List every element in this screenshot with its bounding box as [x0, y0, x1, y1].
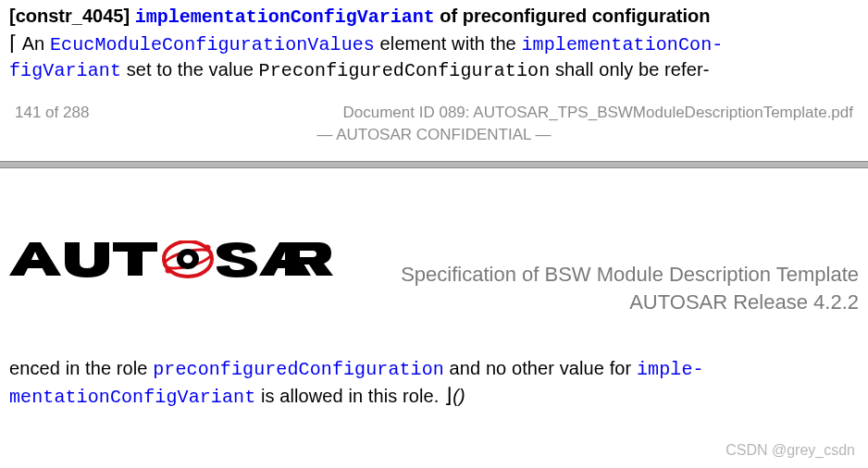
close-bracket-icon: ⌋ [444, 384, 453, 407]
constraint-heading: [constr_4045] implementationConfigVarian… [9, 4, 859, 30]
p1-code-1: EcucModuleConfigurationValues [50, 34, 375, 55]
p2-trail: () [453, 386, 465, 406]
p1-code-2a: implementationCon- [522, 34, 724, 55]
p1-text-4: shall only be refer- [550, 59, 709, 80]
svg-point-2 [205, 245, 211, 252]
constraint-id: [constr_4045] [9, 6, 130, 26]
p1-code-3: PreconfiguredConfiguration [259, 60, 551, 81]
p1-code-2b: figVariant [9, 60, 121, 81]
p2-text-1: enced in the role [9, 358, 153, 378]
page-footer: 141 of 288 Document ID 089: AUTOSAR_TPS_… [9, 104, 859, 144]
constraint-title-suffix: of preconfigured configuration [435, 6, 711, 26]
autosar-logo [9, 240, 335, 283]
p2-text-2: and no other value for [444, 358, 637, 378]
confidential-mark: — AUTOSAR CONFIDENTIAL — [15, 126, 853, 144]
p2-code-2b: mentationConfigVariant [9, 387, 255, 408]
svg-point-3 [166, 267, 172, 274]
p2-code-1: preconfiguredConfiguration [153, 359, 444, 380]
page-number: 141 of 288 [15, 104, 89, 122]
p1-text-1: An [18, 33, 50, 54]
document-id: Document ID 089: AUTOSAR_TPS_BSWModuleDe… [343, 104, 854, 122]
header-text-block: Specification of BSW Module Description … [352, 240, 859, 315]
p1-text-3: set to the value [121, 59, 259, 80]
document-header: Specification of BSW Module Description … [9, 240, 859, 315]
page-top-fragment: [constr_4045] implementationConfigVarian… [0, 0, 868, 144]
constraint-code-title: implementationConfigVariant [135, 6, 435, 28]
page-bottom-fragment: Specification of BSW Module Description … [0, 240, 868, 410]
p2-code-2a: imple- [637, 359, 704, 380]
p2-text-3: is allowed in this role. [255, 386, 444, 406]
page-break-divider [0, 161, 868, 168]
paragraph-2: enced in the role preconfiguredConfigura… [9, 356, 859, 410]
svg-point-5 [183, 255, 192, 264]
open-bracket-icon: ⌈ [9, 31, 18, 55]
paragraph-1: ⌈ An EcucModuleConfigurationValues eleme… [9, 30, 859, 83]
footer-row-1: 141 of 288 Document ID 089: AUTOSAR_TPS_… [15, 104, 853, 122]
p1-text-2: element with the [375, 33, 522, 54]
spec-title: Specification of BSW Module Description … [352, 261, 859, 289]
watermark: CSDN @grey_csdn [725, 442, 855, 459]
release-version: AUTOSAR Release 4.2.2 [352, 289, 859, 316]
